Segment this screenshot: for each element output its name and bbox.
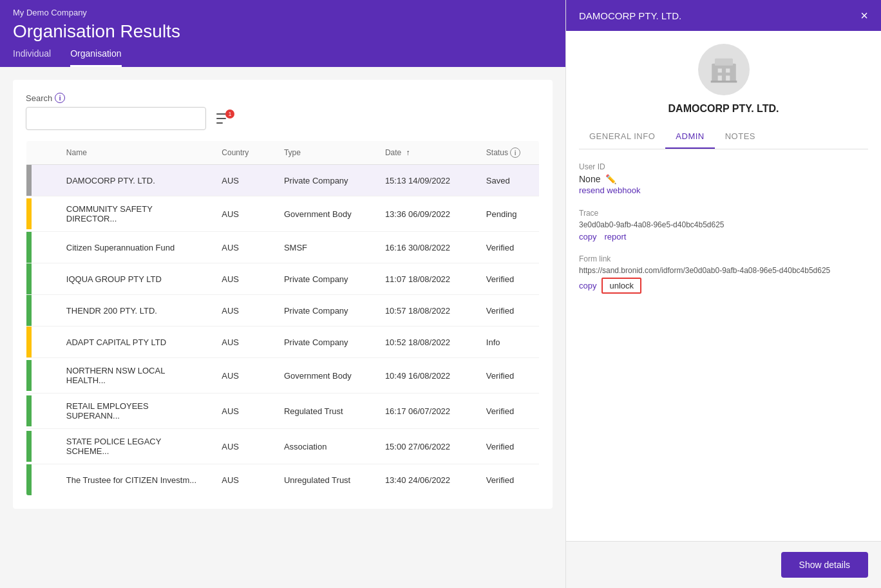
- svg-rect-1: [714, 59, 732, 66]
- right-panel-title: DAMOCORP PTY. LTD.: [579, 10, 681, 21]
- table-row[interactable]: RETAIL EMPLOYEES SUPERANN... AUS Regulat…: [26, 394, 540, 429]
- row-type: Private Company: [275, 165, 376, 196]
- building-icon: [708, 53, 740, 86]
- tab-notes[interactable]: NOTES: [715, 125, 766, 149]
- status-info-icon[interactable]: i: [510, 147, 520, 158]
- org-avatar: DAMOCORP PTY. LTD.: [579, 44, 868, 115]
- row-country: AUS: [213, 327, 275, 358]
- form-link-section: Form link https://sand.bronid.com/idform…: [579, 254, 868, 294]
- table-row[interactable]: THENDR 200 PTY. LTD. AUS Private Company…: [26, 295, 540, 327]
- trace-report-link[interactable]: report: [604, 232, 626, 242]
- row-country: AUS: [213, 263, 275, 295]
- row-date: 13:36 06/09/2022: [376, 196, 477, 232]
- table-row[interactable]: NORTHERN NSW LOCAL HEALTH... AUS Governm…: [26, 358, 540, 394]
- col-status[interactable]: Status i: [477, 141, 540, 165]
- detail-body: DAMOCORP PTY. LTD. GENERAL INFO ADMIN NO…: [566, 31, 881, 541]
- row-country: AUS: [213, 165, 275, 196]
- row-status: Verified: [477, 394, 540, 429]
- row-status: Info: [477, 327, 540, 358]
- filter-button[interactable]: 1: [214, 111, 232, 126]
- row-date: 10:52 18/08/2022: [376, 327, 477, 358]
- search-area: Search i 1 Name Country: [13, 80, 553, 509]
- svg-rect-2: [717, 68, 721, 72]
- table-row[interactable]: IQQUA GROUP PTY LTD AUS Private Company …: [26, 263, 540, 295]
- row-country: AUS: [213, 358, 275, 394]
- resend-webhook-link[interactable]: resend webhook: [579, 185, 640, 195]
- edit-icon[interactable]: ✏️: [605, 174, 616, 184]
- row-color-bar: [26, 394, 57, 429]
- col-name[interactable]: Name: [57, 141, 213, 165]
- row-type: Unregulated Trust: [275, 464, 376, 496]
- sort-arrow-icon: ↑: [406, 148, 410, 157]
- svg-rect-0: [712, 64, 736, 82]
- row-date: 10:57 18/08/2022: [376, 295, 477, 327]
- trace-section: Trace 3e0d0ab0-9afb-4a08-96e5-d40bc4b5d6…: [579, 209, 868, 242]
- right-panel-header: DAMOCORP PTY. LTD. ×: [566, 0, 881, 31]
- row-date: 13:40 24/06/2022: [376, 464, 477, 496]
- row-status: Pending: [477, 196, 540, 232]
- table-row[interactable]: ADAPT CAPITAL PTY LTD AUS Private Compan…: [26, 327, 540, 358]
- row-date: 15:00 27/06/2022: [376, 429, 477, 464]
- tab-admin[interactable]: ADMIN: [665, 125, 714, 149]
- row-status: Verified: [477, 232, 540, 263]
- row-name: COMMUNITY SAFETY DIRECTOR...: [57, 196, 213, 232]
- table-row[interactable]: COMMUNITY SAFETY DIRECTOR... AUS Governm…: [26, 196, 540, 232]
- row-type: SMSF: [275, 232, 376, 263]
- form-copy-link[interactable]: copy: [579, 281, 596, 290]
- row-type: Private Company: [275, 263, 376, 295]
- col-country[interactable]: Country: [213, 141, 275, 165]
- row-name: ADAPT CAPITAL PTY LTD: [57, 327, 213, 358]
- tab-organisation[interactable]: Organisation: [70, 48, 121, 67]
- user-id-value: None: [579, 174, 600, 184]
- row-date: 11:07 18/08/2022: [376, 263, 477, 295]
- avatar-circle: [698, 44, 750, 95]
- row-color-bar: [26, 429, 57, 464]
- table-row[interactable]: Citizen Superannuation Fund AUS SMSF 16:…: [26, 232, 540, 263]
- row-color-bar: [26, 232, 57, 263]
- row-color-bar: [26, 464, 57, 496]
- form-link-actions: copy unlock: [579, 278, 868, 294]
- row-country: AUS: [213, 394, 275, 429]
- tab-general-info[interactable]: GENERAL INFO: [579, 125, 665, 149]
- row-date: 10:49 16/08/2022: [376, 358, 477, 394]
- unlock-button[interactable]: unlock: [602, 278, 641, 294]
- search-input[interactable]: [26, 107, 206, 130]
- user-id-value-row: None ✏️: [579, 174, 868, 184]
- company-name: My Demo Company: [13, 8, 553, 17]
- row-date: 15:13 14/09/2022: [376, 165, 477, 196]
- svg-rect-6: [710, 81, 737, 82]
- trace-copy-link[interactable]: copy: [579, 232, 596, 242]
- row-status: Verified: [477, 295, 540, 327]
- content-area: Search i 1 Name Country: [0, 67, 565, 588]
- row-type: Private Company: [275, 327, 376, 358]
- row-date: 16:17 06/07/2022: [376, 394, 477, 429]
- results-table: Name Country Type Date ↑ Status i: [26, 140, 540, 496]
- user-id-label: User ID: [579, 162, 868, 171]
- form-link-value: https://sand.bronid.com/idform/3e0d0ab0-…: [579, 266, 868, 275]
- row-name: DAMOCORP PTY. LTD.: [57, 165, 213, 196]
- row-type: Regulated Trust: [275, 394, 376, 429]
- table-row[interactable]: The Trustee for CITIZEN Investm... AUS U…: [26, 464, 540, 496]
- row-name: STATE POLICE LEGACY SCHEME...: [57, 429, 213, 464]
- row-country: AUS: [213, 196, 275, 232]
- table-row[interactable]: DAMOCORP PTY. LTD. AUS Private Company 1…: [26, 165, 540, 196]
- form-link-label: Form link: [579, 254, 868, 263]
- col-date[interactable]: Date ↑: [376, 141, 477, 165]
- table-row[interactable]: STATE POLICE LEGACY SCHEME... AUS Associ…: [26, 429, 540, 464]
- close-button[interactable]: ×: [860, 9, 868, 22]
- row-date: 16:16 30/08/2022: [376, 232, 477, 263]
- filter-badge: 1: [225, 109, 234, 119]
- tab-individual[interactable]: Individual: [13, 48, 51, 67]
- row-status: Verified: [477, 263, 540, 295]
- search-info-icon[interactable]: i: [55, 93, 65, 103]
- row-country: AUS: [213, 232, 275, 263]
- row-type: Association: [275, 429, 376, 464]
- row-color-bar: [26, 295, 57, 327]
- col-type[interactable]: Type: [275, 141, 376, 165]
- col-color: [26, 141, 57, 165]
- show-details-button[interactable]: Show details: [781, 552, 868, 578]
- row-status: Verified: [477, 464, 540, 496]
- row-name: THENDR 200 PTY. LTD.: [57, 295, 213, 327]
- top-header: My Demo Company Organisation Results Ind…: [0, 0, 565, 67]
- trace-value: 3e0d0ab0-9afb-4a08-96e5-d40bc4b5d625: [579, 220, 868, 229]
